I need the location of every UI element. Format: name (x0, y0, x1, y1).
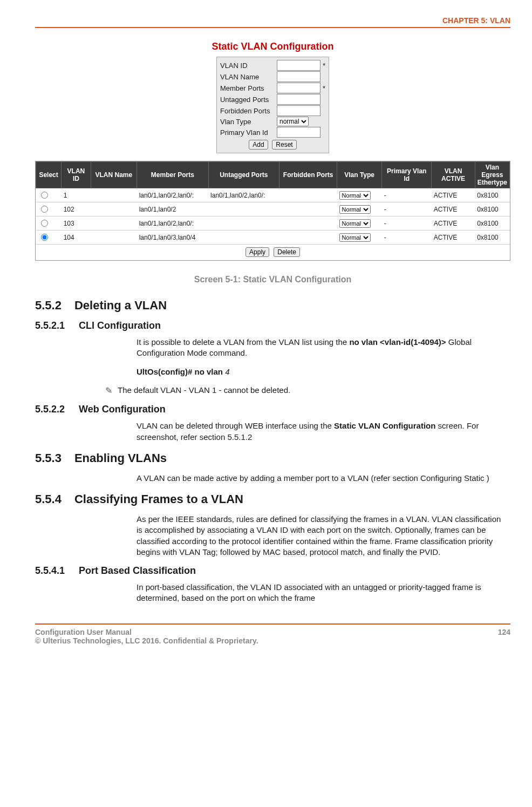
cell-vlan-id: 104 (62, 230, 91, 245)
table-row: 103lan0/1,lan0/2,lan0/:Normal-ACTIVE0x81… (36, 216, 510, 230)
column-header: VLAN ACTIVE (432, 162, 475, 188)
form-row: VLAN ID* (220, 60, 325, 71)
cell-egress: 0x8100 (475, 216, 509, 230)
cell-primary-vlan: - (382, 202, 432, 216)
page-number: 124 (498, 628, 510, 645)
form-label: Member Ports (220, 84, 277, 92)
cell-active: ACTIVE (432, 202, 475, 216)
note-text: The default VLAN - VLAN 1 - cannot be de… (118, 385, 290, 396)
column-header: Select (36, 162, 62, 188)
cell-vlan-id: 103 (62, 216, 91, 230)
cell-untagged-ports (208, 216, 279, 230)
text: VLAN can be deleted through WEB interfac… (137, 421, 334, 430)
column-header: VLAN ID (62, 162, 91, 188)
add-button[interactable]: Add (249, 140, 268, 150)
form-row: Forbidden Ports (220, 105, 325, 116)
footer-copyright: © Ulterius Technologies, LLC 2016. Confi… (35, 636, 258, 645)
row-vlan-type-select[interactable]: Normal (339, 205, 371, 214)
cell-select (36, 216, 62, 230)
cell-primary-vlan: - (382, 216, 432, 230)
cell-untagged-ports (208, 230, 279, 245)
column-header: Primary Vlan Id (382, 162, 432, 188)
command-arg: 4 (225, 367, 229, 376)
cell-forbidden-ports (279, 230, 337, 245)
cli-command: UltOs(config)# no vlan 4 (137, 367, 506, 377)
apply-button[interactable]: Apply (245, 247, 269, 257)
cell-vlan-type: Normal (337, 216, 382, 230)
cell-vlan-name (91, 230, 137, 245)
command-inline: no vlan <vlan-id(1-4094)> (349, 337, 446, 347)
row-select-radio[interactable] (41, 234, 48, 241)
heading-title: Deleting a VLAN (74, 299, 167, 313)
reset-button[interactable]: Reset (272, 140, 296, 150)
form-row: Primary Vlan Id (220, 127, 325, 138)
cell-member-ports: lan0/1,lan0/2 (137, 202, 208, 216)
vlan-table: SelectVLAN IDVLAN NameMember PortsUntagg… (36, 161, 510, 245)
form-input[interactable] (277, 127, 320, 138)
heading-5-5-4-1: 5.5.4.1 Port Based Classification (35, 565, 510, 577)
vlan-form-panel: VLAN ID*VLAN NameMember Ports*Untagged P… (216, 57, 329, 153)
vlan-type-select[interactable]: normal (277, 117, 309, 126)
column-header: Member Ports (137, 162, 208, 188)
cell-vlan-type: Normal (337, 188, 382, 202)
form-row: Vlan Typenormal (220, 117, 325, 126)
form-row: Untagged Ports (220, 94, 325, 105)
cell-active: ACTIVE (432, 188, 475, 202)
form-input[interactable] (277, 94, 320, 105)
cell-active: ACTIVE (432, 216, 475, 230)
chapter-header: CHAPTER 5: VLAN (35, 16, 510, 28)
column-header: Untagged Ports (208, 162, 279, 188)
heading-number: 5.5.2 (35, 299, 62, 313)
delete-button[interactable]: Delete (274, 247, 300, 257)
table-row: 102lan0/1,lan0/2Normal-ACTIVE0x8100 (36, 202, 510, 216)
heading-5-5-4: 5.5.4 Classifying Frames to a VLAN (35, 492, 510, 506)
cell-select (36, 230, 62, 245)
form-label: Forbidden Ports (220, 107, 277, 115)
form-input[interactable] (277, 71, 320, 82)
column-header: Vlan Egress Ethertype (475, 162, 509, 188)
heading-number: 5.5.2.2 (35, 404, 65, 415)
cell-member-ports: lan0/1,lan0/3,lan0/4 (137, 230, 208, 245)
heading-5-5-2-2: 5.5.2.2 Web Configuration (35, 404, 510, 415)
heading-5-5-2: 5.5.2 Deleting a VLAN (35, 299, 510, 313)
command-prefix: UltOs(config)# no vlan (137, 367, 225, 376)
cell-vlan-name (91, 188, 137, 202)
row-vlan-type-select[interactable]: Normal (339, 233, 371, 242)
heading-title: CLI Configuration (79, 320, 161, 331)
cell-vlan-name (91, 216, 137, 230)
row-select-radio[interactable] (41, 192, 48, 199)
cell-vlan-id: 1 (62, 188, 91, 202)
column-header: Vlan Type (337, 162, 382, 188)
paragraph: It is possible to delete a VLAN from the… (137, 337, 506, 359)
form-row: Member Ports* (220, 83, 325, 93)
note: ✎ The default VLAN - VLAN 1 - cannot be … (105, 385, 506, 397)
cell-vlan-id: 102 (62, 202, 91, 216)
form-row: VLAN Name (220, 71, 325, 82)
cell-egress: 0x8100 (475, 202, 509, 216)
heading-number: 5.5.3 (35, 451, 62, 465)
cell-forbidden-ports (279, 202, 337, 216)
form-input[interactable] (277, 105, 320, 116)
paragraph: In port-based classification, the VLAN I… (137, 582, 506, 604)
form-input[interactable] (277, 83, 320, 93)
form-input[interactable] (277, 60, 320, 71)
heading-5-5-2-1: 5.5.2.1 CLI Configuration (35, 320, 510, 331)
row-select-radio[interactable] (41, 220, 48, 227)
cell-active: ACTIVE (432, 230, 475, 245)
form-label: Vlan Type (220, 118, 277, 126)
column-header: Forbidden Ports (279, 162, 337, 188)
row-vlan-type-select[interactable]: Normal (339, 219, 371, 228)
form-label: VLAN ID (220, 62, 277, 70)
heading-title: Web Configuration (79, 404, 166, 415)
cell-primary-vlan: - (382, 188, 432, 202)
footer-title: Configuration User Manual (35, 628, 258, 636)
row-vlan-type-select[interactable]: Normal (339, 191, 371, 200)
paragraph: A VLAN can be made active by adding a me… (137, 473, 506, 484)
row-select-radio[interactable] (41, 206, 48, 213)
cell-untagged-ports (208, 202, 279, 216)
page-footer: Configuration User Manual © Ulterius Tec… (35, 623, 510, 645)
paragraph: As per the IEEE standards, rules are def… (137, 514, 506, 558)
cell-member-ports: lan0/1,lan0/2,lan0/: (137, 216, 208, 230)
heading-title: Port Based Classification (79, 565, 196, 577)
cell-vlan-type: Normal (337, 202, 382, 216)
